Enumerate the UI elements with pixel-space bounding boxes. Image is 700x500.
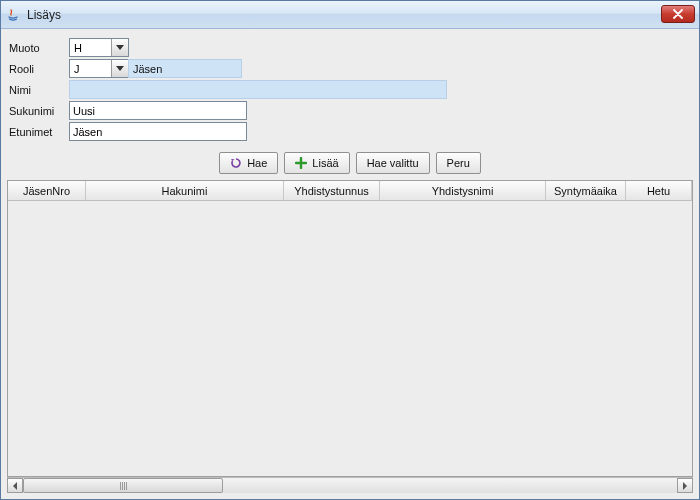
select-muoto[interactable]: H (69, 38, 129, 57)
scroll-right-button[interactable] (677, 478, 693, 493)
scroll-track[interactable] (23, 478, 677, 493)
col-jasennro[interactable]: JäsenNro (8, 181, 86, 200)
hae-button[interactable]: Hae (219, 152, 278, 174)
select-rooli[interactable]: J (69, 59, 129, 78)
results-table: JäsenNro Hakunimi Yhdistystunnus Yhdisty… (7, 180, 693, 477)
label-etunimet: Etunimet (9, 126, 69, 138)
nimi-display (69, 80, 447, 99)
button-row: Hae Lisää Hae valittu Peru (7, 148, 693, 180)
select-muoto-value: H (74, 42, 82, 54)
input-sukunimi[interactable] (69, 101, 247, 120)
row-rooli: Rooli J Jäsen (9, 58, 691, 79)
titlebar: Lisäys (1, 1, 699, 29)
rooli-display: Jäsen (128, 59, 242, 78)
close-button[interactable] (661, 5, 695, 23)
table-body (8, 201, 692, 476)
col-hetu[interactable]: Hetu (626, 181, 692, 200)
peru-button[interactable]: Peru (436, 152, 481, 174)
col-yhdistystunnus[interactable]: Yhdistystunnus (284, 181, 380, 200)
col-syntymaaika[interactable]: Syntymäaika (546, 181, 626, 200)
lisaa-button[interactable]: Lisää (284, 152, 349, 174)
row-nimi: Nimi (9, 79, 691, 100)
scroll-grip-icon (120, 482, 127, 490)
chevron-right-icon (682, 482, 688, 490)
form-area: Muoto H Rooli J Jäsen (7, 35, 693, 148)
input-etunimet[interactable] (69, 122, 247, 141)
label-nimi: Nimi (9, 84, 69, 96)
chevron-left-icon (12, 482, 18, 490)
select-rooli-value: J (74, 63, 80, 75)
chevron-down-icon (111, 60, 128, 77)
row-etunimet: Etunimet (9, 121, 691, 142)
refresh-icon (230, 157, 242, 169)
label-muoto: Muoto (9, 42, 69, 54)
table-header: JäsenNro Hakunimi Yhdistystunnus Yhdisty… (8, 181, 692, 201)
label-rooli: Rooli (9, 63, 69, 75)
close-icon (672, 9, 684, 19)
java-icon (5, 7, 21, 23)
row-sukunimi: Sukunimi (9, 100, 691, 121)
peru-label: Peru (447, 157, 470, 169)
col-hakunimi[interactable]: Hakunimi (86, 181, 284, 200)
hae-valittu-button[interactable]: Hae valittu (356, 152, 430, 174)
lisaa-label: Lisää (312, 157, 338, 169)
scroll-thumb[interactable] (23, 478, 223, 493)
plus-icon (295, 157, 307, 169)
col-yhdistysnimi[interactable]: Yhdistysnimi (380, 181, 546, 200)
chevron-down-icon (111, 39, 128, 56)
scroll-left-button[interactable] (7, 478, 23, 493)
row-muoto: Muoto H (9, 37, 691, 58)
horizontal-scrollbar[interactable] (7, 477, 693, 493)
window-title: Lisäys (27, 8, 61, 22)
content-area: Muoto H Rooli J Jäsen (1, 29, 699, 499)
hae-label: Hae (247, 157, 267, 169)
label-sukunimi: Sukunimi (9, 105, 69, 117)
hae-valittu-label: Hae valittu (367, 157, 419, 169)
dialog-window: Lisäys Muoto H Rooli J (0, 0, 700, 500)
